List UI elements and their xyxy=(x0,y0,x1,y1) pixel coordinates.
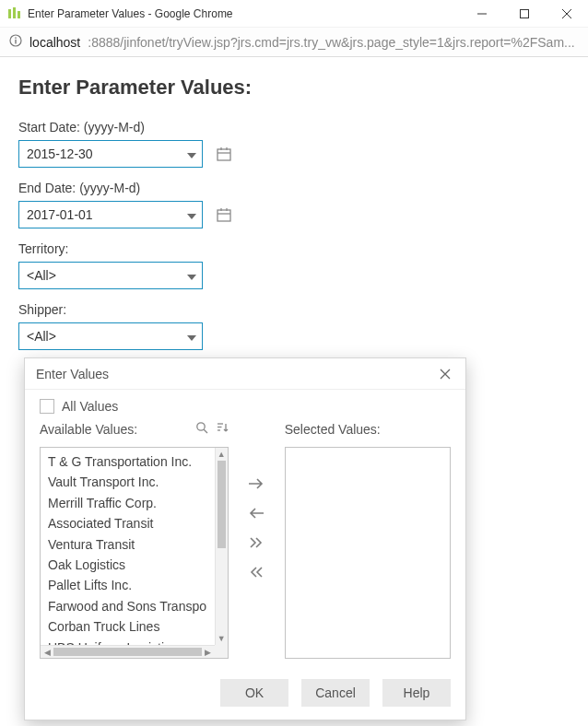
shipper-label: Shipper: xyxy=(18,302,570,317)
svg-rect-11 xyxy=(218,210,230,221)
vertical-scrollbar[interactable]: ▲ ▼ xyxy=(215,448,228,645)
list-item[interactable]: T & G Transportation Inc. xyxy=(48,451,207,472)
scroll-thumb[interactable] xyxy=(53,648,202,656)
add-all-button[interactable] xyxy=(241,532,271,554)
end-date-calendar-button[interactable] xyxy=(212,203,236,227)
dialog-title: Enter Values xyxy=(36,367,109,381)
caret-down-icon xyxy=(187,329,196,344)
remove-all-button[interactable] xyxy=(241,561,271,583)
list-item[interactable]: Merrill Traffic Corp. xyxy=(48,493,207,513)
svg-rect-5 xyxy=(15,40,16,44)
svg-rect-2 xyxy=(18,11,20,18)
list-item[interactable]: Pallet Lifts Inc. xyxy=(48,575,207,595)
caret-down-icon xyxy=(187,207,196,222)
window-titlebar: Enter Parameter Values - Google Chrome xyxy=(0,0,588,28)
enter-values-dialog: Enter Values All Values Available Values… xyxy=(24,357,466,720)
caret-down-icon xyxy=(187,146,196,161)
scroll-up-icon[interactable]: ▲ xyxy=(216,448,228,461)
territory-label: Territory: xyxy=(18,241,570,256)
svg-line-16 xyxy=(204,429,207,433)
address-bar[interactable]: localhost :8888/jinfonet/tryView.jsp?jrs… xyxy=(0,28,588,57)
scroll-down-icon[interactable]: ▼ xyxy=(216,632,228,645)
svg-rect-3 xyxy=(521,9,529,18)
sort-icon[interactable] xyxy=(216,421,229,438)
shipper-combo[interactable]: <All> xyxy=(18,322,203,350)
url-rest: :8888/jinfonet/tryView.jsp?jrs.cmd=jrs.t… xyxy=(88,35,579,50)
window-maximize-button[interactable] xyxy=(503,0,546,28)
app-icon xyxy=(7,6,22,21)
window-close-button[interactable] xyxy=(546,0,588,28)
all-values-label: All Values xyxy=(62,399,118,414)
cancel-button[interactable]: Cancel xyxy=(301,679,370,707)
territory-value: <All> xyxy=(27,268,56,283)
available-values-listbox[interactable]: T & G Transportation Inc.Vault Transport… xyxy=(40,447,229,659)
start-date-combo[interactable]: 2015-12-30 xyxy=(18,140,203,168)
list-item[interactable]: UBS Uniform Logistics xyxy=(48,638,207,645)
svg-rect-0 xyxy=(8,9,11,18)
page-title: Enter Parameter Values: xyxy=(18,76,570,100)
window-minimize-button[interactable] xyxy=(461,0,503,28)
end-date-label: End Date: (yyyy-M-d) xyxy=(18,181,570,195)
selected-values-label: Selected Values: xyxy=(285,422,381,437)
all-values-checkbox[interactable] xyxy=(40,399,54,414)
remove-button[interactable] xyxy=(241,502,271,524)
svg-rect-6 xyxy=(15,37,16,38)
ok-button[interactable]: OK xyxy=(220,679,288,707)
list-item[interactable]: Oak Logistics xyxy=(48,555,207,575)
list-item[interactable]: Corban Truck Lines xyxy=(48,616,207,637)
available-values-label: Available Values: xyxy=(40,422,137,437)
list-item[interactable]: Vault Transport Inc. xyxy=(48,472,207,492)
svg-rect-1 xyxy=(13,7,16,18)
list-item[interactable]: Associated Transit xyxy=(48,513,207,533)
caret-down-icon xyxy=(187,268,196,283)
url-host: localhost xyxy=(29,35,80,50)
add-button[interactable] xyxy=(241,473,271,495)
dialog-close-button[interactable] xyxy=(436,365,454,383)
site-info-icon[interactable] xyxy=(9,34,22,50)
scroll-left-icon[interactable]: ◀ xyxy=(41,646,53,658)
start-date-label: Start Date: (yyyy-M-d) xyxy=(18,120,570,135)
list-item[interactable]: Ventura Transit xyxy=(48,534,207,555)
end-date-value: 2017-01-01 xyxy=(27,207,93,222)
horizontal-scrollbar[interactable]: ◀ ▶ xyxy=(41,645,215,658)
window-title: Enter Parameter Values - Google Chrome xyxy=(28,7,233,20)
start-date-calendar-button[interactable] xyxy=(212,142,236,166)
scroll-right-icon[interactable]: ▶ xyxy=(202,646,215,658)
territory-combo[interactable]: <All> xyxy=(18,262,203,289)
end-date-combo[interactable]: 2017-01-01 xyxy=(18,201,203,228)
selected-values-listbox[interactable] xyxy=(285,447,451,659)
svg-point-15 xyxy=(196,423,204,430)
help-button[interactable]: Help xyxy=(382,679,451,707)
list-item[interactable]: Farwood and Sons Transport xyxy=(48,596,207,616)
shipper-value: <All> xyxy=(27,329,56,344)
svg-rect-7 xyxy=(218,149,230,160)
scroll-thumb[interactable] xyxy=(218,461,226,548)
search-icon[interactable] xyxy=(195,421,208,438)
start-date-value: 2015-12-30 xyxy=(27,146,93,161)
